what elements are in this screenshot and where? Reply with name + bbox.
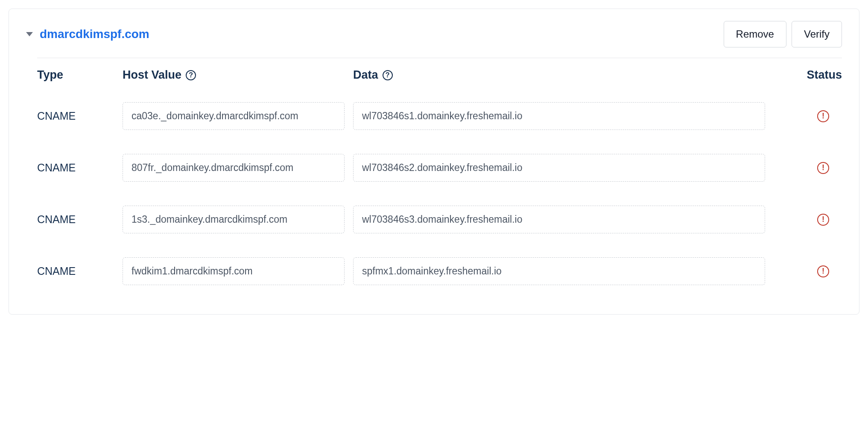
header-host: Host Value ? [123,68,353,82]
record-type: CNAME [37,213,123,226]
header-host-label: Host Value [123,68,181,82]
panel-header-right: Remove Verify [724,21,842,47]
alert-icon[interactable]: ! [817,265,829,277]
record-status-cell: ! [774,214,842,226]
records-table: Type Host Value ? Data ? Status CNAME ca… [37,58,842,297]
record-host-cell: fwdkim1.dmarcdkimspf.com [123,257,353,285]
remove-button[interactable]: Remove [724,21,786,47]
help-icon[interactable]: ? [383,70,393,80]
record-host-cell: ca03e._domainkey.dmarcdkimspf.com [123,102,353,130]
header-data: Data ? [353,68,774,82]
record-host-cell: 1s3._domainkey.dmarcdkimspf.com [123,206,353,233]
record-type: CNAME [37,265,123,277]
record-data-value[interactable]: wl703846s2.domainkey.freshemail.io [353,154,765,182]
verify-button[interactable]: Verify [792,21,842,47]
alert-icon[interactable]: ! [817,110,829,122]
record-data-value[interactable]: wl703846s1.domainkey.freshemail.io [353,102,765,130]
record-data-value[interactable]: spfmx1.domainkey.freshemail.io [353,257,765,285]
record-data-cell: spfmx1.domainkey.freshemail.io [353,257,774,285]
record-status-cell: ! [774,162,842,174]
header-type-label: Type [37,68,63,82]
help-icon[interactable]: ? [186,70,196,80]
dns-records-panel: dmarcdkimspf.com Remove Verify Type Host… [9,9,859,315]
table-row: CNAME fwdkim1.dmarcdkimspf.com spfmx1.do… [37,245,842,297]
header-type: Type [37,68,123,82]
table-row: CNAME 807fr._domainkey.dmarcdkimspf.com … [37,142,842,194]
record-status-cell: ! [774,265,842,277]
panel-header-left: dmarcdkimspf.com [26,27,149,41]
record-type: CNAME [37,110,123,122]
record-data-value[interactable]: wl703846s3.domainkey.freshemail.io [353,206,765,233]
record-host-value[interactable]: ca03e._domainkey.dmarcdkimspf.com [123,102,345,130]
record-host-value[interactable]: fwdkim1.dmarcdkimspf.com [123,257,345,285]
table-row: CNAME ca03e._domainkey.dmarcdkimspf.com … [37,90,842,142]
record-host-cell: 807fr._domainkey.dmarcdkimspf.com [123,154,353,182]
record-host-value[interactable]: 807fr._domainkey.dmarcdkimspf.com [123,154,345,182]
record-data-cell: wl703846s1.domainkey.freshemail.io [353,102,774,130]
table-row: CNAME 1s3._domainkey.dmarcdkimspf.com wl… [37,194,842,245]
chevron-down-icon[interactable] [26,32,33,36]
record-data-cell: wl703846s3.domainkey.freshemail.io [353,206,774,233]
record-type: CNAME [37,162,123,174]
alert-icon[interactable]: ! [817,162,829,174]
header-status: Status [774,68,842,82]
header-data-label: Data [353,68,378,82]
record-status-cell: ! [774,110,842,122]
table-header-row: Type Host Value ? Data ? Status [37,58,842,90]
record-host-value[interactable]: 1s3._domainkey.dmarcdkimspf.com [123,206,345,233]
panel-header: dmarcdkimspf.com Remove Verify [26,21,842,47]
domain-name[interactable]: dmarcdkimspf.com [40,27,149,41]
header-status-label: Status [807,68,842,82]
record-data-cell: wl703846s2.domainkey.freshemail.io [353,154,774,182]
alert-icon[interactable]: ! [817,214,829,226]
